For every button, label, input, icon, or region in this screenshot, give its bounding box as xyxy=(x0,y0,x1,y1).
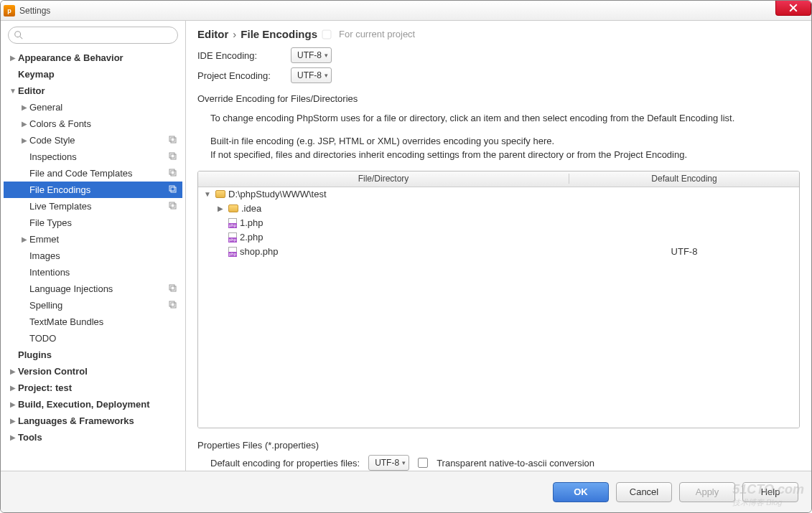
sidebar-item-label: File Types xyxy=(29,217,182,228)
ide-encoding-dropdown[interactable]: UTF-8 ▾ xyxy=(291,47,332,63)
override-section-label: Override Encoding for Files/Directories xyxy=(197,93,800,104)
sidebar-item-keymap[interactable]: Keymap xyxy=(4,66,182,83)
sidebar-item-todo[interactable]: TODO xyxy=(4,330,182,347)
ok-button[interactable]: OK xyxy=(553,482,609,502)
search-icon xyxy=(14,30,24,40)
sidebar-item-languages-frameworks[interactable]: ▶Languages & Frameworks xyxy=(4,413,182,429)
tree-arrow-icon: ▶ xyxy=(215,204,225,212)
sidebar-item-live-templates[interactable]: Live Templates xyxy=(4,198,182,215)
help-text: If not specified, files and directories … xyxy=(197,148,800,165)
svg-rect-5 xyxy=(171,154,176,159)
sidebar-item-spelling[interactable]: Spelling xyxy=(4,297,182,314)
svg-line-1 xyxy=(20,37,23,39)
table-row[interactable]: 1.php xyxy=(198,216,799,230)
sidebar-item-images[interactable]: Images xyxy=(4,248,182,264)
file-name: D:\phpStudy\WWW\test xyxy=(228,189,327,199)
close-button[interactable] xyxy=(775,0,811,16)
table-body[interactable]: ▼D:\phpStudy\WWW\test▶.idea1.php2.phpsho… xyxy=(198,187,799,428)
copy-icon xyxy=(168,300,179,311)
search-input[interactable] xyxy=(8,27,178,44)
column-default-encoding[interactable]: Default Encoding xyxy=(569,174,799,184)
tree-arrow-icon: ▶ xyxy=(8,367,18,375)
transparent-ascii-label: Transparent native-to-ascii conversion xyxy=(437,458,594,469)
svg-rect-6 xyxy=(169,169,174,174)
svg-rect-7 xyxy=(171,171,176,176)
table-row[interactable]: ▼D:\phpStudy\WWW\test xyxy=(198,187,799,202)
help-button[interactable]: Help xyxy=(742,482,798,502)
breadcrumb-hint: For current project xyxy=(339,29,415,39)
tree-arrow-icon: ▼ xyxy=(202,190,213,198)
sidebar-item-general[interactable]: ▶General xyxy=(4,99,182,116)
sidebar-item-project-test[interactable]: ▶Project: test xyxy=(4,380,182,396)
sidebar-item-intentions[interactable]: Intentions xyxy=(4,264,182,281)
column-file-directory[interactable]: File/Directory xyxy=(198,174,569,184)
file-name: shop.php xyxy=(240,246,279,257)
file-name: 1.php xyxy=(240,217,263,228)
properties-section-label: Properties Files (*.properties) xyxy=(197,440,800,451)
svg-rect-11 xyxy=(171,204,176,209)
sidebar-item-plugins[interactable]: Plugins xyxy=(4,347,182,363)
sidebar-item-tools[interactable]: ▶Tools xyxy=(4,429,182,446)
breadcrumb: Editor › File Encodings For current proj… xyxy=(197,28,800,40)
sidebar-item-editor[interactable]: ▼Editor xyxy=(4,83,182,99)
close-icon xyxy=(789,4,798,12)
svg-rect-15 xyxy=(171,303,176,308)
sidebar-item-label: Language Injections xyxy=(29,283,168,294)
sidebar-item-textmate-bundles[interactable]: TextMate Bundles xyxy=(4,314,182,330)
table-row[interactable]: 2.php xyxy=(198,230,799,245)
project-encoding-dropdown[interactable]: UTF-8 ▾ xyxy=(291,67,332,83)
sidebar-item-appearance-behavior[interactable]: ▶Appearance & Behavior xyxy=(4,50,182,66)
svg-rect-4 xyxy=(169,153,174,158)
sidebar-item-colors-fonts[interactable]: ▶Colors & Fonts xyxy=(4,116,182,132)
copy-icon xyxy=(168,168,179,179)
chevron-down-icon: ▾ xyxy=(325,72,328,79)
table-row[interactable]: ▶.idea xyxy=(198,202,799,216)
properties-encoding-value: UTF-8 xyxy=(375,458,399,468)
properties-encoding-label: Default encoding for properties files: xyxy=(210,458,360,469)
sidebar-item-inspections[interactable]: Inspections xyxy=(4,149,182,165)
php-file-icon xyxy=(228,232,237,243)
tree-arrow-icon: ▶ xyxy=(8,54,18,62)
sidebar-item-label: Emmet xyxy=(29,234,182,245)
sidebar-item-emmet[interactable]: ▶Emmet xyxy=(4,231,182,248)
sidebar-item-version-control[interactable]: ▶Version Control xyxy=(4,363,182,380)
tree-arrow-icon: ▶ xyxy=(8,433,18,441)
sidebar-item-file-types[interactable]: File Types xyxy=(4,215,182,231)
svg-rect-3 xyxy=(171,138,176,143)
settings-tree[interactable]: ▶Appearance & BehaviorKeymap▼Editor▶Gene… xyxy=(4,50,182,446)
sidebar: ▶Appearance & BehaviorKeymap▼Editor▶Gene… xyxy=(1,21,186,471)
php-file-icon xyxy=(228,218,237,228)
sidebar-item-label: Languages & Frameworks xyxy=(18,415,182,426)
sidebar-item-label: Colors & Fonts xyxy=(29,118,182,129)
sidebar-item-label: Intentions xyxy=(29,267,182,278)
sidebar-item-label: Spelling xyxy=(29,300,168,311)
sidebar-item-label: Tools xyxy=(18,432,182,443)
sidebar-item-code-style[interactable]: ▶Code Style xyxy=(4,132,182,149)
svg-rect-10 xyxy=(169,202,174,207)
tree-arrow-icon: ▶ xyxy=(19,103,29,111)
cancel-button[interactable]: Cancel xyxy=(616,482,672,502)
php-file-icon xyxy=(228,247,237,257)
file-name: 2.php xyxy=(240,232,263,243)
properties-encoding-dropdown[interactable]: UTF-8 ▾ xyxy=(368,455,409,471)
sidebar-item-label: Code Style xyxy=(29,135,168,146)
breadcrumb-sep: › xyxy=(233,28,236,40)
sidebar-item-label: TextMate Bundles xyxy=(29,316,182,327)
sidebar-item-label: Live Templates xyxy=(29,201,168,212)
row-encoding[interactable]: UTF-8 xyxy=(569,246,799,257)
tree-arrow-icon: ▼ xyxy=(8,87,18,95)
transparent-ascii-checkbox[interactable] xyxy=(418,458,428,468)
svg-rect-16 xyxy=(322,30,331,39)
window-title: Settings xyxy=(19,6,50,16)
sidebar-item-language-injections[interactable]: Language Injections xyxy=(4,281,182,297)
sidebar-item-file-encodings[interactable]: File Encodings xyxy=(4,182,182,198)
breadcrumb-part: Editor xyxy=(197,28,228,40)
apply-button[interactable]: Apply xyxy=(679,482,735,502)
sidebar-item-build-execution-deployment[interactable]: ▶Build, Execution, Deployment xyxy=(4,396,182,413)
sidebar-item-file-and-code-templates[interactable]: File and Code Templates xyxy=(4,165,182,182)
svg-rect-14 xyxy=(169,301,174,306)
table-row[interactable]: shop.phpUTF-8 xyxy=(198,245,799,259)
folder-icon xyxy=(228,204,238,212)
ide-encoding-value: UTF-8 xyxy=(297,50,322,60)
sidebar-item-label: File Encodings xyxy=(29,184,168,195)
